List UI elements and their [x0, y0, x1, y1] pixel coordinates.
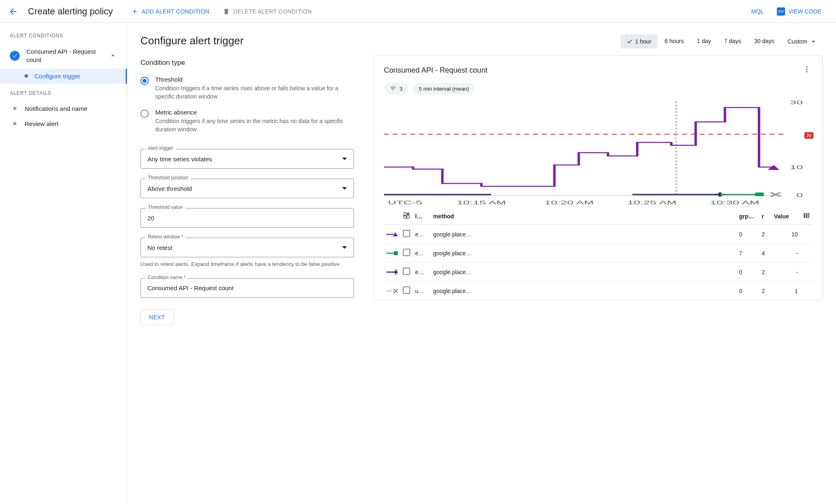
row-checkbox[interactable] — [403, 230, 410, 237]
threshold-position-label: Threshold position — [145, 175, 191, 181]
threshold-value-input[interactable]: Threshold value 20 — [140, 208, 354, 228]
range-custom-label: Custom — [788, 38, 807, 45]
y-tick-10: 10 — [790, 165, 803, 170]
page-title: Create alerting policy — [28, 6, 113, 17]
condition-name-input[interactable]: Condition name * Consumed API - Request … — [140, 278, 354, 298]
back-button[interactable] — [5, 3, 21, 20]
svg-rect-17 — [404, 216, 406, 218]
col-value[interactable]: Value — [772, 208, 800, 225]
legend-marker — [384, 263, 400, 282]
table-row[interactable]: e…google.place…74- — [384, 244, 813, 263]
card-more-button[interactable] — [801, 64, 813, 77]
retest-window-select[interactable]: Retest window * No retest — [140, 238, 354, 257]
delete-alert-condition-button[interactable]: DELETE ALERT CONDITION — [218, 5, 317, 18]
cell-r: 2 — [759, 225, 772, 244]
row-checkbox[interactable] — [403, 286, 410, 294]
col-method[interactable]: method — [431, 208, 737, 225]
range-6h[interactable]: 6 hours — [659, 34, 690, 48]
svg-rect-25 — [394, 251, 398, 255]
bullet-icon — [25, 74, 28, 78]
table-row[interactable]: e…google.place…02- — [384, 263, 813, 282]
radio-icon — [140, 77, 149, 85]
form-heading: Configure alert trigger — [140, 34, 354, 47]
svg-rect-18 — [407, 216, 409, 218]
range-1h[interactable]: 1 hour — [620, 34, 657, 48]
dot-icon — [13, 122, 16, 125]
range-custom[interactable]: Custom — [782, 34, 823, 48]
columns-icon[interactable] — [803, 212, 810, 219]
add-alert-condition-label: ADD ALERT CONDITION — [142, 8, 209, 15]
add-alert-condition-button[interactable]: ADD ALERT CONDITION — [126, 5, 214, 18]
legend-marker — [384, 225, 400, 244]
table-row[interactable]: u…google.place…021 — [384, 282, 813, 300]
sidebar-header-details: ALERT DETAILS — [0, 90, 127, 101]
plus-icon — [131, 8, 138, 15]
radio-threshold-desc: Condition triggers if a time series rise… — [155, 85, 354, 101]
cell-grp: 0 — [737, 225, 759, 244]
svg-rect-21 — [808, 213, 809, 218]
sidebar-item-configure-trigger[interactable]: Configure trigger — [0, 69, 127, 84]
sidebar-item-notifications-label: Notifications and name — [25, 105, 87, 112]
x-tick-1020: 10:20 AM — [544, 200, 594, 206]
view-code-button[interactable]: <> VIEW CODE — [772, 4, 826, 19]
cell-l: u… — [413, 282, 431, 300]
radio-icon — [140, 110, 149, 118]
threshold-position-value: Above threshold — [147, 185, 192, 192]
cell-method: google.place… — [431, 225, 737, 244]
view-code-label: VIEW CODE — [788, 8, 821, 15]
filter-chip[interactable]: 3 — [384, 83, 408, 94]
col-grp[interactable]: grp… — [737, 208, 759, 225]
range-30d[interactable]: 30 days — [749, 34, 780, 48]
svg-rect-15 — [404, 213, 406, 215]
alert-trigger-label: Alert trigger — [145, 145, 176, 151]
range-1h-label: 1 hour — [635, 38, 652, 45]
filter-icon — [390, 85, 396, 92]
sidebar-item-review[interactable]: Review alert — [0, 116, 127, 131]
col-r[interactable]: r — [759, 208, 772, 225]
row-checkbox[interactable] — [403, 268, 410, 275]
time-range-row: 1 hour 6 hours 1 day 7 days 30 days Cust… — [374, 34, 823, 48]
sidebar-item-configure-trigger-label: Configure trigger — [34, 73, 80, 80]
svg-rect-20 — [806, 213, 808, 218]
mql-button[interactable]: MQL — [746, 5, 769, 18]
threshold-value-value: 20 — [147, 215, 154, 222]
col-l[interactable]: l… — [413, 208, 431, 225]
cell-r: 2 — [759, 282, 772, 300]
chevron-up-icon — [109, 51, 117, 61]
topbar: Create alerting policy ADD ALERT CONDITI… — [0, 0, 836, 23]
main-content: Configure alert trigger Condition type T… — [127, 23, 836, 504]
condition-name-label: Condition name * — [145, 275, 188, 280]
sidebar-item-condition[interactable]: Consumed API - Request count — [0, 44, 127, 69]
table-row[interactable]: e…google.place…0210 — [384, 225, 813, 244]
sidebar-item-notifications[interactable]: Notifications and name — [0, 101, 127, 116]
more-vert-icon — [803, 65, 811, 73]
svg-point-0 — [806, 66, 807, 68]
cell-grp: 7 — [737, 244, 759, 263]
sidebar: ALERT CONDITIONS Consumed API - Request … — [0, 23, 127, 504]
sidebar-header-conditions: ALERT CONDITIONS — [0, 33, 127, 44]
threshold-value-label: Threshold value — [145, 204, 185, 210]
cell-method: google.place… — [431, 263, 737, 282]
range-1d[interactable]: 1 day — [691, 34, 717, 48]
retest-window-value: No retest — [147, 244, 172, 251]
cell-l: e… — [413, 263, 431, 282]
y-tick-30: 30 — [790, 100, 803, 105]
chart-card: Consumed API - Request count 3 5 min int… — [374, 55, 823, 300]
cell-grp: 0 — [737, 263, 759, 282]
color-swatch-icon[interactable] — [403, 212, 410, 219]
next-button[interactable]: NEXT — [140, 309, 174, 325]
radio-absence[interactable]: Metric absence Condition triggers if any… — [140, 106, 354, 139]
cell-r: 2 — [759, 263, 772, 282]
alert-trigger-select[interactable]: Alert trigger Any time series violates — [140, 149, 354, 169]
radio-threshold[interactable]: Threshold Condition triggers if a time s… — [140, 73, 354, 106]
y-tick-0: 0 — [796, 192, 803, 198]
cell-l: e… — [413, 225, 431, 244]
row-checkbox[interactable] — [403, 249, 410, 256]
table-header-row: l… method grp… r Value — [384, 208, 813, 225]
x-tick-1025: 10:25 AM — [627, 200, 676, 206]
check-icon — [626, 38, 633, 45]
legend-marker — [384, 244, 400, 263]
range-7d[interactable]: 7 days — [718, 34, 746, 48]
threshold-position-select[interactable]: Threshold position Above threshold — [140, 179, 354, 198]
interval-chip[interactable]: 5 min interval (mean) — [413, 83, 475, 94]
